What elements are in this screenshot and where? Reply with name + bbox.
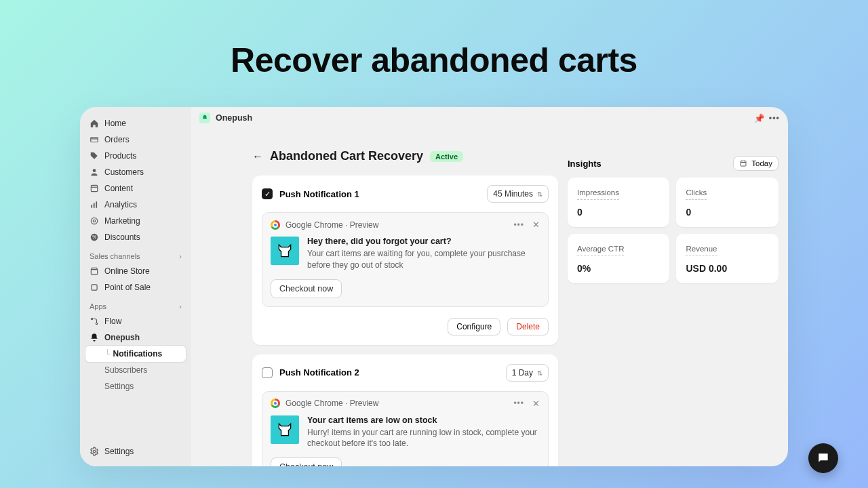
stat-revenue: RevenueUSD 0.00 <box>676 234 778 283</box>
svg-rect-0 <box>91 138 98 142</box>
checkout-button[interactable]: Checkout now <box>271 279 342 298</box>
insights-title: Insights <box>568 159 601 169</box>
stat-label: Clicks <box>686 188 707 200</box>
stat-value: 0 <box>686 207 769 218</box>
app-name: Onepush <box>216 113 252 123</box>
notification-title: Hey there, did you forgot your cart? <box>307 237 540 246</box>
bell-icon <box>90 333 99 342</box>
nav-label: Home <box>104 119 126 128</box>
nav-label: Discounts <box>104 232 140 242</box>
main-area: Onepush 📌 ••• ← Abandoned Cart Recovery … <box>191 107 788 466</box>
store-icon <box>90 266 99 276</box>
svg-rect-15 <box>741 161 746 167</box>
nav-notifications[interactable]: └Notifications <box>85 346 186 362</box>
chrome-icon <box>271 220 280 230</box>
nav-analytics[interactable]: Analytics <box>85 197 186 213</box>
notification-body: Hurry! items in your cart are running lo… <box>307 427 540 450</box>
configure-button[interactable]: Configure <box>448 318 500 336</box>
nav-label: Marketing <box>104 216 140 226</box>
enable-checkbox[interactable] <box>262 367 273 378</box>
status-badge: Active <box>430 151 463 162</box>
preview-source: Google Chrome · Preview <box>285 220 378 230</box>
nav-settings[interactable]: Settings <box>85 443 186 460</box>
preview-source: Google Chrome · Preview <box>285 399 378 408</box>
preview-close-icon[interactable]: ✕ <box>532 220 540 230</box>
notification-title: Your cart items are low on stock <box>307 415 540 425</box>
hero-title: Recover abandoned carts <box>0 0 868 107</box>
app-window: Home Orders Products Customers Content A… <box>80 107 788 466</box>
notification-preview: Google Chrome · Preview ••• ✕ Hey there,… <box>262 212 549 307</box>
svg-text:%: % <box>92 235 96 239</box>
stat-label: Impressions <box>577 188 619 200</box>
home-icon <box>90 119 99 128</box>
analytics-icon <box>90 200 99 209</box>
notification-image <box>271 237 299 265</box>
date-range-select[interactable]: Today <box>733 156 778 171</box>
nav-flow[interactable]: Flow <box>85 313 186 329</box>
nav-discounts[interactable]: %Discounts <box>85 229 186 245</box>
stat-label: Average CTR <box>577 245 624 256</box>
enable-checkbox[interactable] <box>262 188 273 199</box>
topbar: Onepush 📌 ••• <box>191 107 788 129</box>
svg-rect-5 <box>96 201 97 207</box>
nav-marketing[interactable]: Marketing <box>85 213 186 229</box>
sidebar: Home Orders Products Customers Content A… <box>80 107 191 466</box>
app-logo <box>199 113 210 123</box>
nav-label: Analytics <box>104 200 137 209</box>
updown-icon <box>537 189 542 199</box>
nav-online-store[interactable]: Online Store <box>85 263 186 279</box>
section-apps: Apps› <box>85 296 186 313</box>
tag-icon <box>90 151 99 161</box>
preview-more-icon[interactable]: ••• <box>513 220 524 230</box>
nav-subscribers[interactable]: Subscribers <box>85 362 186 378</box>
svg-point-14 <box>93 450 96 453</box>
stat-value: 0 <box>577 207 660 218</box>
checkout-button[interactable]: Checkout now <box>271 458 342 466</box>
nav-orders[interactable]: Orders <box>85 131 186 148</box>
delete-button[interactable]: Delete <box>507 318 549 336</box>
nav-label: Flow <box>104 317 121 326</box>
nav-home[interactable]: Home <box>85 115 186 131</box>
preview-more-icon[interactable]: ••• <box>513 399 524 408</box>
stat-impressions: Impressions0 <box>568 178 670 227</box>
chevron-right-icon[interactable]: › <box>179 302 182 310</box>
nav-label: Onepush <box>104 333 140 342</box>
target-icon <box>90 216 99 226</box>
user-icon <box>90 167 99 177</box>
back-arrow-icon[interactable]: ← <box>252 150 263 163</box>
nav-customers[interactable]: Customers <box>85 164 186 180</box>
nav-onepush[interactable]: Onepush <box>85 329 186 346</box>
nav-content[interactable]: Content <box>85 180 186 197</box>
svg-point-12 <box>91 318 92 319</box>
nav-pos[interactable]: Point of Sale <box>85 279 186 296</box>
card-title: Push Notification 1 <box>279 189 480 199</box>
nav-label: Customers <box>104 167 144 177</box>
svg-rect-10 <box>91 270 97 274</box>
chat-fab[interactable] <box>808 443 838 473</box>
more-icon[interactable]: ••• <box>769 113 780 123</box>
svg-rect-4 <box>94 203 95 208</box>
delay-select[interactable]: 45 Minutes <box>487 185 549 203</box>
nav-onepush-settings[interactable]: Settings <box>85 378 186 394</box>
updown-icon <box>537 368 542 378</box>
card-title: Push Notification 2 <box>279 367 499 378</box>
chrome-icon <box>271 399 280 408</box>
notification-body: Your cart items are waiting for you, com… <box>307 248 540 271</box>
svg-rect-3 <box>91 205 92 208</box>
svg-point-13 <box>96 323 97 324</box>
chevron-right-icon[interactable]: › <box>179 252 182 260</box>
flow-icon <box>90 317 99 326</box>
nav-label: Orders <box>104 135 130 144</box>
pin-icon[interactable]: 📌 <box>754 113 765 123</box>
orders-icon <box>90 135 99 144</box>
preview-close-icon[interactable]: ✕ <box>532 399 540 409</box>
delay-select[interactable]: 1 Day <box>506 364 549 382</box>
notification-card-2: Push Notification 2 1 Day Google Chrome … <box>252 354 558 466</box>
nav-products[interactable]: Products <box>85 148 186 164</box>
stat-ctr: Average CTR0% <box>568 234 670 283</box>
nav-label: Content <box>104 184 133 193</box>
stat-label: Revenue <box>686 245 717 256</box>
stat-value: 0% <box>577 263 660 274</box>
nav-label: Products <box>104 151 136 161</box>
pos-icon <box>90 283 99 292</box>
